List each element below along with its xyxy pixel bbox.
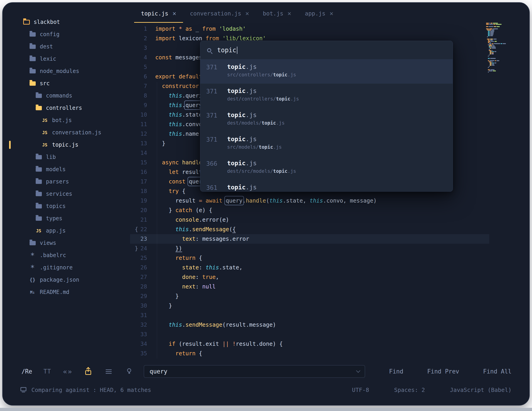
tree-item-src[interactable]: src <box>3 77 130 90</box>
asterisk-file-icon: * <box>29 265 36 270</box>
line-number: 31 <box>130 311 147 320</box>
line-number: 1 <box>130 24 147 34</box>
tree-item-app-js[interactable]: JSapp.js <box>3 225 130 237</box>
tree-item-gitignore[interactable]: *.gitignore <box>3 261 130 274</box>
tree-item-types[interactable]: types <box>3 212 130 225</box>
tree-item-topic-js[interactable]: JStopic.js <box>3 139 130 151</box>
close-icon[interactable]: × <box>287 10 291 17</box>
tree-item-topics[interactable]: topics <box>3 200 130 212</box>
quick-open-search[interactable]: topic <box>200 41 453 59</box>
tree-item-node-modules[interactable]: node_modules <box>3 65 130 77</box>
result-filename: topic.js <box>227 159 296 167</box>
tree-item-slackbot[interactable]: slackbot <box>3 16 130 28</box>
code-line-24[interactable]: }24 }) <box>130 244 489 253</box>
tab-conversation-js[interactable]: conversation.js× <box>183 5 256 23</box>
indentation-status[interactable]: Spaces: 2 <box>394 387 425 393</box>
code-text: try { <box>147 186 186 196</box>
code-line-19[interactable]: 19 result = await query.handle(this.stat… <box>130 196 489 206</box>
code-line-32[interactable]: 32 this.sendMessage(result.message) <box>130 320 489 330</box>
line-number: 27 <box>130 272 147 282</box>
result-path: src/models/topic.js <box>227 144 282 150</box>
line-number: 32 <box>130 320 147 330</box>
result-path: src/controllers/topic.js <box>227 72 296 77</box>
tree-item-conversation-js[interactable]: JSconversation.js <box>3 126 130 139</box>
line-number: 10 <box>130 110 147 120</box>
preserve-case-icon[interactable] <box>82 368 95 375</box>
find-prev-button[interactable]: Find Prev <box>427 368 459 375</box>
case-sensitive-icon[interactable]: TT <box>41 368 54 375</box>
tree-item-models[interactable]: models <box>3 163 130 175</box>
code-line-33[interactable]: 33 <box>130 330 489 339</box>
tree-item-bot-js[interactable]: JSbot.js <box>3 114 130 126</box>
highlight-matches-icon[interactable] <box>123 368 135 375</box>
minimap[interactable] <box>486 23 513 73</box>
quick-open-result-4[interactable]: 371topic.jssrc/models/topic.js <box>200 132 453 156</box>
encoding-status[interactable]: UTF-8 <box>352 387 369 393</box>
code-line-27[interactable]: 27 done: true, <box>130 272 489 282</box>
result-path: dest/models/topic.js <box>227 120 285 126</box>
close-icon[interactable]: × <box>245 10 249 17</box>
syntax-status[interactable]: JavaScript (Babel) <box>450 387 512 393</box>
tab-app-js[interactable]: app.js× <box>298 5 340 23</box>
tab-bot-js[interactable]: bot.js× <box>256 5 298 23</box>
tree-item-dest[interactable]: dest <box>3 40 130 53</box>
code-line-20[interactable]: 20 } catch (e) { <box>130 206 489 215</box>
close-icon[interactable]: × <box>172 10 176 17</box>
quick-open-result-2[interactable]: 371topic.jsdest/controllers/topic.js <box>200 84 453 108</box>
in-selection-icon[interactable] <box>102 371 115 372</box>
tree-item-readme-md[interactable]: M↓README.md <box>3 286 130 298</box>
code-line-23[interactable]: 23 text: messages.error <box>130 234 489 244</box>
result-path: dest/src/models/topic.js <box>227 168 296 174</box>
tree-item-label: config <box>40 31 60 38</box>
tree-item-config[interactable]: config <box>3 28 130 40</box>
close-icon[interactable]: × <box>329 10 333 17</box>
find-all-button[interactable]: Find All <box>483 368 512 375</box>
code-line-29[interactable]: 29 } <box>130 291 489 301</box>
code-line-1[interactable]: 1import * as _ from 'lodash' <box>130 24 489 34</box>
js-file-icon: JS <box>41 118 48 123</box>
tree-item-babelrc[interactable]: *.babelrc <box>3 249 130 261</box>
code-line-31[interactable]: 31 <box>130 311 489 320</box>
tree-item-parsers[interactable]: parsers <box>3 175 130 188</box>
code-line-28[interactable]: 28 next: null <box>130 282 489 291</box>
regex-icon[interactable]: /Re <box>20 368 33 375</box>
code-line-35[interactable]: 35 return { <box>130 349 489 358</box>
tree-item-services[interactable]: services <box>3 188 130 200</box>
code-text: } <box>147 291 179 301</box>
find-input[interactable] <box>149 368 357 375</box>
tab-topic-js[interactable]: topic.js× <box>134 5 183 23</box>
tree-item-label: topic.js <box>52 142 78 148</box>
folder-icon <box>29 45 36 49</box>
quick-open-result-5[interactable]: 366topic.jsdest/src/models/topic.js <box>200 156 453 180</box>
code-line-25[interactable]: 25 return { <box>130 253 489 263</box>
quick-open-result-6[interactable]: 361topic.js <box>200 180 453 192</box>
code-line-21[interactable]: 21 console.error(e) <box>130 215 489 225</box>
file-tree: slackbotconfigdestlexicnode_modulessrcco… <box>3 16 130 298</box>
editor-window: slackbotconfigdestlexicnode_modulessrcco… <box>2 2 530 406</box>
result-filename: topic.js <box>227 62 296 70</box>
tree-item-lexic[interactable]: lexic <box>3 53 130 65</box>
code-line-22[interactable]: {22 this.sendMessage({ <box>130 225 489 234</box>
chevron-down-icon[interactable] <box>356 369 360 373</box>
status-bar: Comparing against : HEAD, 6 matches UTF-… <box>3 383 529 397</box>
tree-item-package-json[interactable]: {}package.json <box>3 274 130 286</box>
line-number: 34 <box>130 339 147 349</box>
tree-item-label: models <box>46 166 66 172</box>
code-line-34[interactable]: 34 if (result.exit || !result.done) { <box>130 339 489 349</box>
tree-item-controllers[interactable]: controllers <box>3 102 130 114</box>
folder-icon <box>35 204 42 209</box>
line-number: 25 <box>130 253 147 263</box>
quick-open-result-3[interactable]: 371topic.jsdest/models/topic.js <box>200 108 453 132</box>
code-line-26[interactable]: 26 state: this.state, <box>130 263 489 272</box>
line-number: 8 <box>130 91 147 100</box>
tree-item-label: app.js <box>46 228 66 234</box>
whole-word-icon[interactable]: «» <box>61 368 74 375</box>
find-button[interactable]: Find <box>389 368 403 375</box>
tree-item-views[interactable]: views <box>3 237 130 249</box>
code-text: console.error(e) <box>147 215 229 225</box>
tree-item-lib[interactable]: lib <box>3 151 130 163</box>
quick-open-result-1[interactable]: 371topic.jssrc/controllers/topic.js <box>200 59 453 84</box>
line-number: 11 <box>130 120 147 129</box>
tree-item-commands[interactable]: commands <box>3 90 130 102</box>
code-line-30[interactable]: 30 } <box>130 301 489 311</box>
